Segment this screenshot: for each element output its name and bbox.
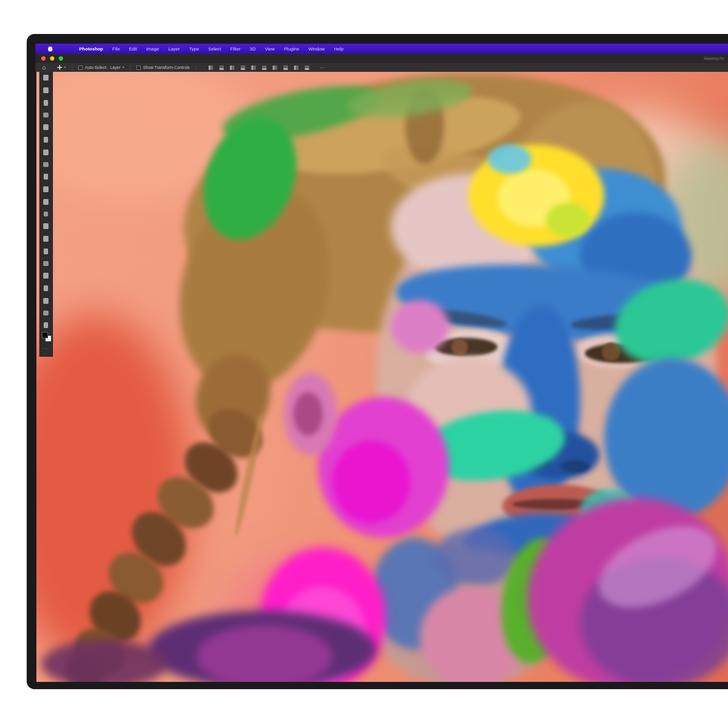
photo-chartreuse-paint [546, 203, 590, 237]
3d-menu-item[interactable]: 3D [250, 46, 256, 51]
crop-tool[interactable] [43, 124, 49, 130]
align-vertical-centers-icon[interactable] [251, 66, 256, 70]
photoshop-window: PhotoshopFileEditImageLayerTypeSelectFil… [27, 34, 728, 689]
title-bar: Masking-Ps [35, 54, 728, 63]
distribute-spacing-icon[interactable] [294, 66, 298, 70]
photo-ear-inner [294, 392, 323, 436]
photoshop-menu-item[interactable]: Photoshop [79, 46, 103, 51]
align-top-icon[interactable] [241, 66, 245, 70]
options-bar: ⌂ ▾ Auto-Select: Layer ▾ Show Transform … [35, 63, 728, 72]
help-menu-item[interactable]: Help [334, 46, 344, 51]
toolbar-more-icon[interactable]: ⋯ [43, 347, 47, 351]
move-tool-icon[interactable] [57, 65, 62, 70]
foreground-color-swatch[interactable] [42, 332, 48, 338]
menu-bar: PhotoshopFileEditImageLayerTypeSelectFil… [35, 44, 728, 54]
gradient-tool[interactable] [43, 223, 49, 229]
toolbar: ⋯ [39, 72, 53, 357]
document-title: Masking-Ps [704, 56, 724, 61]
select-menu-item[interactable]: Select [208, 46, 221, 51]
zoom-button[interactable] [59, 56, 63, 61]
divider [196, 65, 196, 70]
brush-tool[interactable] [44, 174, 48, 180]
auto-select-checkbox[interactable] [78, 66, 83, 70]
show-transform-label: Show Transform Controls [143, 65, 190, 70]
tools [39, 75, 52, 335]
photo-nostril [561, 460, 590, 473]
align-horizontal-centers-icon[interactable] [219, 66, 224, 70]
layer-menu-item[interactable]: Layer [168, 46, 180, 51]
pen-tool[interactable] [43, 261, 49, 266]
more-options-icon[interactable]: ⋯ [320, 65, 325, 70]
document-canvas[interactable] [36, 72, 728, 682]
align-left-icon[interactable] [209, 66, 213, 70]
photo-right-iris [602, 343, 620, 361]
path-selection-tool[interactable] [44, 285, 48, 291]
zoom-tool[interactable] [44, 322, 48, 328]
align-right-icon[interactable] [230, 66, 234, 70]
window-menu-item[interactable]: Window [308, 46, 325, 51]
show-transform-checkbox[interactable] [136, 66, 141, 70]
spot-healing-brush-tool[interactable] [43, 162, 49, 167]
auto-select-label: Auto-Select: [85, 65, 107, 70]
frame-tool[interactable] [44, 137, 48, 143]
align-icons [209, 66, 315, 70]
dodge-tool[interactable] [44, 248, 48, 254]
distribute-vertically-icon[interactable] [283, 66, 288, 70]
menu-items: PhotoshopFileEditImageLayerTypeSelectFil… [79, 46, 353, 51]
eyedropper-tool[interactable] [43, 149, 49, 155]
edit-menu-item[interactable]: Edit [129, 46, 137, 51]
photo-cyan-paint [488, 145, 531, 174]
history-brush-tool[interactable] [43, 199, 49, 205]
divider [130, 65, 131, 70]
photo-magenta-paint [332, 441, 410, 523]
clone-stamp-tool[interactable] [43, 186, 49, 192]
chevron-down-icon: ▾ [64, 66, 66, 69]
apple-menu-icon[interactable] [48, 47, 52, 51]
type-tool[interactable] [43, 273, 49, 279]
align-bottom-icon[interactable] [262, 66, 266, 70]
blur-tool[interactable] [43, 236, 49, 242]
chevron-down-icon: ▾ [122, 66, 124, 69]
filter-menu-item[interactable]: Filter [230, 46, 240, 51]
align-more-icon[interactable] [305, 66, 309, 70]
rectangular-marquee-tool[interactable] [43, 87, 49, 93]
distribute-horizontally-icon[interactable] [273, 66, 277, 70]
move-tool[interactable] [43, 75, 49, 81]
hand-tool[interactable] [43, 311, 49, 315]
minimize-button[interactable] [50, 56, 54, 61]
photo-left-iris [451, 339, 468, 355]
image-menu-item[interactable]: Image [146, 46, 159, 51]
rectangle-tool[interactable] [43, 298, 49, 304]
divider [72, 65, 72, 70]
view-menu-item[interactable]: View [265, 46, 275, 51]
photo-neck-blue-paint [434, 528, 517, 586]
file-menu-item[interactable]: File [113, 46, 120, 51]
home-icon[interactable]: ⌂ [42, 65, 46, 70]
eraser-tool[interactable] [44, 212, 48, 216]
object-selection-tool[interactable] [43, 113, 49, 117]
auto-select-dropdown[interactable]: Layer [110, 65, 120, 70]
plugins-menu-item[interactable]: Plugins [284, 46, 299, 51]
close-button[interactable] [41, 56, 46, 61]
photo-pink-paint [391, 300, 449, 353]
lasso-tool[interactable] [44, 100, 48, 106]
type-menu-item[interactable]: Type [189, 46, 199, 51]
